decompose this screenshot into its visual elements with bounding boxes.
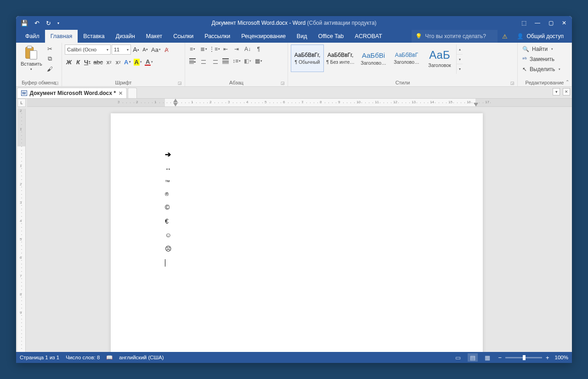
tab-design[interactable]: Дизайн (110, 30, 141, 43)
superscript-button[interactable]: x2 (114, 57, 122, 67)
style-title[interactable]: АаБ Заголовок (423, 45, 456, 72)
zoom-thumb[interactable] (523, 355, 526, 360)
first-line-indent-marker[interactable] (173, 99, 178, 102)
show-marks-button[interactable]: ¶ (254, 45, 263, 54)
style-heading2[interactable]: АаБбВвГ Заголово… (390, 45, 423, 72)
zoom-in-button[interactable]: + (545, 354, 550, 361)
paste-button[interactable]: Вставить ▾ (19, 45, 44, 72)
tab-home[interactable]: Главная (45, 30, 78, 43)
horizontal-ruler[interactable]: 3211234567891011121314151617 (27, 99, 572, 107)
font-size-combo[interactable]: 11 ▾ (112, 45, 131, 55)
undo-icon[interactable]: ↶ (34, 20, 40, 27)
clipboard-launcher-icon[interactable]: ◲ (55, 81, 59, 85)
warning-icon[interactable]: ⚠ (499, 33, 510, 40)
tab-acrobat[interactable]: ACROBAT (349, 30, 388, 43)
styles-scroll-down-icon[interactable]: ▾ (457, 55, 463, 65)
decrease-indent-button[interactable]: ⇤ (221, 45, 230, 54)
tabs-menu-icon[interactable]: ▾ (553, 88, 560, 95)
tab-close-icon[interactable]: ✕ (119, 90, 123, 96)
text-effects-button[interactable]: A▾ (123, 57, 131, 67)
read-mode-icon[interactable]: ▭ (453, 353, 463, 362)
document-page[interactable]: ➔ ↔ ™ ® © € ☺ ☹ 👾 t.me/bugfeature (111, 113, 483, 352)
tell-me-input[interactable] (425, 33, 494, 39)
style-heading1[interactable]: АаБбВі Заголово… (357, 45, 390, 72)
italic-button[interactable]: К (74, 57, 82, 67)
activation-status: (Сбой активации продукта) (307, 20, 377, 26)
paragraph-launcher-icon[interactable]: ◲ (281, 81, 285, 85)
status-words[interactable]: Число слов: 8 (66, 355, 100, 360)
styles-more-icon[interactable]: ▾ (457, 64, 463, 74)
tab-selector[interactable]: L (17, 99, 26, 107)
new-document-tab[interactable] (128, 88, 137, 98)
save-icon[interactable]: 💾 (21, 20, 28, 27)
group-font: Calibri (Осно ▾ 11 ▾ A▴ A▾ Aa▾ A̷ Ж К Ч▾ (62, 43, 185, 86)
copy-icon[interactable]: ⧉ (46, 55, 54, 63)
maximize-icon[interactable]: ▢ (548, 20, 554, 26)
align-left-button[interactable] (188, 56, 197, 66)
borders-button[interactable]: ▦▾ (254, 56, 263, 66)
font-color-button[interactable]: A▾ (144, 57, 154, 67)
collapse-ribbon-icon[interactable]: ⌃ (565, 79, 569, 84)
hanging-indent-marker[interactable] (173, 103, 178, 106)
multilevel-button[interactable]: ⋮≡▾ (210, 45, 219, 54)
style-no-spacing[interactable]: АаБбВвГг, ¶ Без инте… (324, 45, 357, 72)
tab-mailings[interactable]: Рассылки (199, 30, 236, 43)
line-spacing-button[interactable]: ↕≡▾ (232, 56, 241, 66)
grow-font-button[interactable]: A▴ (132, 45, 140, 54)
subscript-button[interactable]: x2 (105, 57, 113, 67)
close-icon[interactable]: ✕ (562, 20, 566, 26)
underline-button[interactable]: Ч▾ (83, 57, 91, 67)
status-page[interactable]: Страница 1 из 1 (20, 355, 59, 360)
align-center-button[interactable] (199, 56, 208, 66)
redo-icon[interactable]: ↻ (46, 20, 51, 27)
highlight-button[interactable]: A▾ (133, 57, 143, 67)
ribbon-display-icon[interactable]: ⬚ (521, 20, 526, 26)
style-normal[interactable]: АаБбВвГг, ¶ Обычный (291, 45, 324, 72)
status-language[interactable]: английский (США) (119, 355, 164, 360)
styles-launcher-icon[interactable]: ◲ (510, 81, 514, 85)
minimize-icon[interactable]: — (535, 20, 540, 26)
document-tab-active[interactable]: W Документ Microsoft Word.docx * ✕ (17, 88, 127, 98)
qat-customize-icon[interactable]: ▾ (57, 21, 59, 25)
tabs-close-all-icon[interactable]: ✕ (563, 88, 570, 95)
shading-button[interactable]: ◧▾ (243, 56, 252, 66)
tab-file[interactable]: Файл (20, 30, 45, 43)
vertical-ruler[interactable]: 21123456789 (17, 109, 26, 352)
web-layout-icon[interactable]: ▦ (482, 353, 492, 362)
numbering-button[interactable]: ≣▾ (199, 45, 208, 54)
align-justify-button[interactable] (221, 56, 230, 66)
zoom-level[interactable]: 100% (555, 355, 568, 360)
text-cursor-line (165, 259, 483, 267)
tab-layout[interactable]: Макет (141, 30, 168, 43)
increase-indent-button[interactable]: ⇥ (232, 45, 241, 54)
zoom-track[interactable] (505, 357, 542, 358)
sort-button[interactable]: A↓ (243, 45, 252, 54)
bold-button[interactable]: Ж (65, 57, 73, 67)
format-painter-icon[interactable]: 🖌 (46, 65, 54, 73)
tab-review[interactable]: Рецензирование (236, 30, 291, 43)
tab-references[interactable]: Ссылки (168, 30, 199, 43)
replace-button[interactable]: ᵃᵇЗаменить (520, 55, 556, 64)
shrink-font-button[interactable]: A▾ (141, 45, 149, 54)
cut-icon[interactable]: ✂ (46, 45, 54, 53)
align-right-button[interactable] (210, 56, 219, 66)
styles-scroll-up-icon[interactable]: ▴ (457, 45, 463, 55)
tell-me-search[interactable]: 💡 (412, 30, 498, 43)
tab-insert[interactable]: Вставка (78, 30, 110, 43)
font-launcher-icon[interactable]: ◲ (178, 81, 182, 85)
print-layout-icon[interactable]: ▤ (468, 353, 478, 362)
tab-officetab[interactable]: Office Tab (312, 30, 349, 43)
font-name-combo[interactable]: Calibri (Осно ▾ (65, 45, 111, 55)
select-button[interactable]: ↖Выделить▾ (520, 65, 562, 74)
find-button[interactable]: 🔍Найти▾ (520, 45, 555, 54)
bullets-button[interactable]: ≡▾ (188, 45, 197, 54)
right-indent-marker[interactable] (474, 103, 478, 106)
proofing-icon[interactable]: 📖 (106, 354, 113, 361)
clear-formatting-button[interactable]: A̷ (163, 45, 171, 54)
share-button[interactable]: 👤 Общий доступ (512, 33, 568, 39)
change-case-button[interactable]: Aa▾ (150, 45, 162, 54)
strike-button[interactable]: abc (92, 57, 104, 67)
doc-title-text: Документ Microsoft Word.docx - Word (211, 20, 305, 26)
zoom-out-button[interactable]: − (497, 354, 503, 361)
tab-view[interactable]: Вид (291, 30, 313, 43)
